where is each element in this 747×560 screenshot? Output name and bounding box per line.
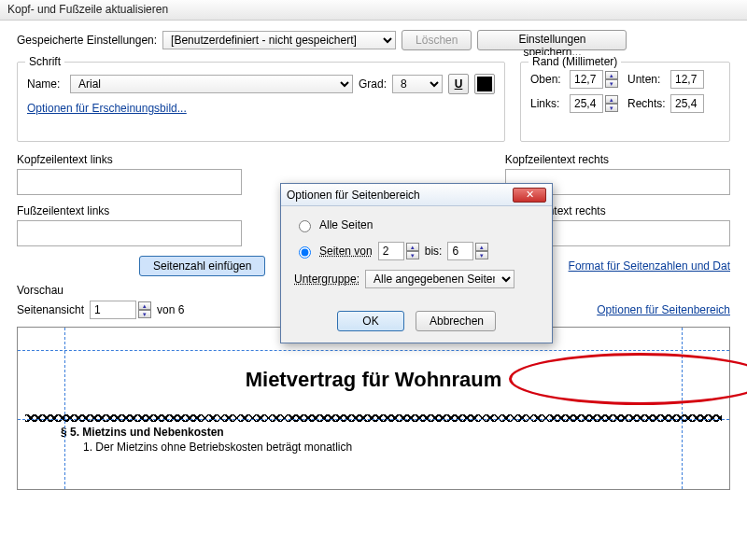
footer-left-input[interactable] (17, 220, 242, 246)
doc-title: Mietvertrag für Wohnraum (18, 356, 729, 401)
dialog-title: Optionen für Seitenbereich (287, 189, 420, 202)
subgroup-combo[interactable]: Alle angegebenen Seiten (365, 270, 514, 288)
preview-pane: Mietvertrag für Wohnraum § 5. Mietzins u… (17, 327, 730, 490)
ok-button[interactable]: OK (337, 311, 404, 331)
header-left-input[interactable] (17, 169, 242, 195)
insert-page-number-button[interactable]: Seitenzahl einfügen (139, 256, 265, 276)
pages-from-radio[interactable] (299, 246, 311, 259)
margin-group: Rand (Millimeter) Oben: ▴▾ Unten: Links:… (520, 62, 730, 142)
underline-icon[interactable]: U (448, 74, 469, 94)
page-view-spin[interactable]: ▴▾ (90, 301, 151, 319)
cancel-button[interactable]: Abbrechen (416, 311, 496, 331)
close-icon[interactable]: ✕ (513, 188, 546, 203)
all-pages-radio[interactable] (299, 220, 311, 232)
save-settings-button[interactable]: Einstellungen speichern... (477, 30, 627, 50)
font-color-button[interactable] (474, 74, 495, 94)
saved-settings-combo[interactable]: [Benutzerdefiniert - nicht gespeichert] (162, 31, 396, 49)
from-page-spin[interactable]: ▴▾ (378, 242, 419, 260)
window-title: Kopf- und Fußzeile aktualisieren (0, 0, 747, 21)
margin-right-spin[interactable] (670, 94, 704, 113)
saved-settings-label: Gespeicherte Einstellungen: (17, 34, 157, 47)
pagenum-format-link[interactable]: Format für Seitenzahlen und Dat (569, 259, 730, 273)
font-name-combo[interactable]: Arial (70, 75, 353, 93)
font-size-combo[interactable]: 8 (392, 75, 443, 93)
page-range-dialog: Optionen für Seitenbereich ✕ Alle Seiten… (280, 183, 553, 343)
margin-bottom-spin[interactable] (670, 70, 704, 89)
font-group: Schrift Name: Arial Grad: 8 U Optionen f… (17, 62, 505, 142)
page-range-options-link[interactable]: Optionen für Seitenbereich (597, 303, 730, 316)
font-name-label: Name: (27, 77, 64, 91)
font-size-label: Grad: (359, 77, 387, 91)
delete-button[interactable]: Löschen (402, 30, 472, 50)
main-window: Kopf- und Fußzeile aktualisieren Gespeic… (0, 0, 747, 560)
margin-top-spin[interactable]: ▴▾ (570, 70, 618, 89)
appearance-options-link[interactable]: Optionen für Erscheinungsbild... (27, 102, 187, 115)
to-page-spin[interactable]: ▴▾ (447, 242, 488, 260)
margin-left-spin[interactable]: ▴▾ (570, 94, 618, 113)
